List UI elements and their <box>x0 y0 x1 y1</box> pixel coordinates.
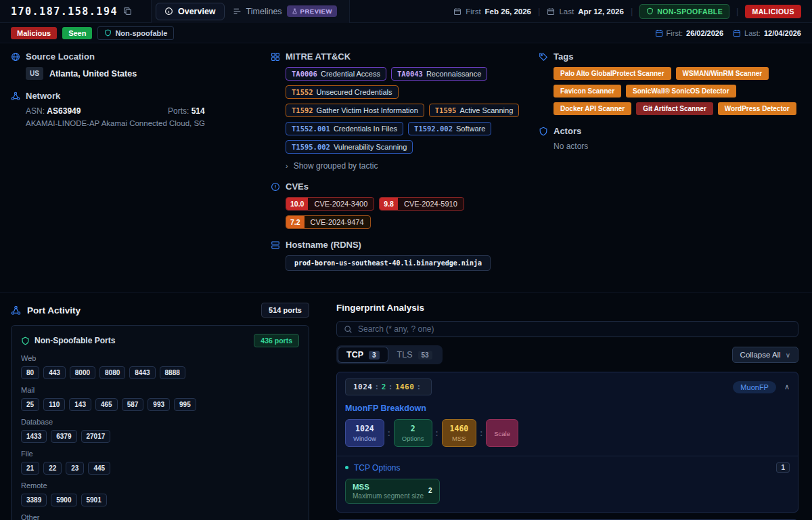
mitre-technique-badge[interactable]: T1552.001Credentials In Files <box>286 122 403 135</box>
chevron-down-icon: ∨ <box>786 351 790 359</box>
section-title: Hostname (RDNS) <box>286 240 361 250</box>
technique-id: T1552 <box>292 88 313 96</box>
show-grouped-toggle[interactable]: › Show grouped by tactic <box>286 161 539 171</box>
shield-icon <box>21 337 30 345</box>
calendar-icon <box>453 7 461 16</box>
technique-name: Credential Access <box>321 70 380 78</box>
ports-label: Ports: <box>168 106 189 116</box>
tab-label: Timelines <box>246 7 282 16</box>
technique-id: T1592.002 <box>414 125 453 133</box>
tab-tls[interactable]: TLS53 <box>389 347 441 362</box>
tag-badge[interactable]: Git Artifact Scanner <box>636 102 713 115</box>
mitre-technique-badge[interactable]: TA0006Credential Access <box>286 67 386 81</box>
port-chip: 5901 <box>81 494 107 506</box>
mitre-badge-list: TA0006Credential AccessTA0043Reconnaissa… <box>286 67 539 154</box>
tab-overview[interactable]: Overview <box>156 3 225 20</box>
shield-icon <box>104 29 112 37</box>
breakdown-tile-scale: Scale <box>486 419 518 447</box>
tab-tcp[interactable]: TCP3 <box>338 347 388 362</box>
globe-icon <box>11 52 20 62</box>
section-title: MITRE ATT&CK <box>286 51 351 62</box>
cve-score: 7.2 <box>286 216 304 228</box>
technique-id: T1595 <box>435 106 457 114</box>
mitre-technique-badge[interactable]: T1592.002Software <box>408 122 491 135</box>
tag-badge[interactable]: WSMAN/WinRM Scanner <box>676 67 769 80</box>
option-name: MSS <box>353 483 424 491</box>
mitre-technique-badge[interactable]: T1552Unsecured Credentials <box>286 85 399 99</box>
muonfp-link[interactable]: MuonFP <box>733 381 776 393</box>
port-group: Database1433637927017 <box>21 418 299 443</box>
tab-count-badge: 53 <box>418 351 432 360</box>
port-group: Web804438000808084438888 <box>21 354 299 379</box>
port-chip: 23 <box>66 462 84 475</box>
calendar-icon <box>733 29 741 37</box>
overview-section: Source Location US Atlanta, United State… <box>0 43 812 293</box>
seen-pill: Seen <box>62 27 92 39</box>
cve-badge[interactable]: 10.0CVE-2024-3400 <box>286 197 374 211</box>
fingerprint-card-list: 1024:2:1460:MuonFP∧MuonFP Breakdown1024W… <box>336 372 798 520</box>
tab-label: Overview <box>178 7 216 16</box>
cve-id: CVE-2024-9474 <box>304 216 370 228</box>
tab-bar: Overview Timelines PREVIEW <box>151 0 350 23</box>
grid-icon <box>271 52 280 62</box>
tab-timelines[interactable]: Timelines PREVIEW <box>225 2 345 20</box>
right-info-column: Tags Palo Alto GlobalProtect ScannerWSMA… <box>539 51 801 282</box>
port-chip: 3389 <box>21 494 47 506</box>
mitre-technique-badge[interactable]: T1595Active Scanning <box>429 104 520 117</box>
mitre-technique-badge[interactable]: T1595.002Vulnerability Scanning <box>286 140 413 154</box>
first-seen: First Feb 26, 2026 <box>453 7 531 16</box>
separator: | <box>736 6 738 16</box>
technique-name: Unsecured Credentials <box>317 88 392 96</box>
top-bar: 170.187.158.194 Overview Timelines PREVI… <box>0 0 812 23</box>
port-chip: 587 <box>122 398 144 411</box>
tag-badge[interactable]: Docker API Scanner <box>554 102 631 115</box>
cve-score: 9.8 <box>380 198 398 210</box>
mitre-technique-badge[interactable]: TA0043Reconnaissance <box>391 67 487 81</box>
port-chip: 995 <box>174 398 196 411</box>
technique-name: Reconnaissance <box>426 70 481 78</box>
cve-badge[interactable]: 9.8CVE-2024-5910 <box>379 197 464 211</box>
main-content: Port Activity 514 ports Non-Spoofable Po… <box>0 293 812 520</box>
tcp-options-label: TCP Options <box>354 463 400 473</box>
technique-id: T1552.001 <box>292 125 330 133</box>
port-chip-row: 1433637927017 <box>21 430 299 443</box>
port-chip: 445 <box>88 462 110 475</box>
port-chip: 8000 <box>70 366 95 379</box>
tags-section: Tags Palo Alto GlobalProtect ScannerWSMA… <box>539 51 801 115</box>
statusrow-dates: First: 26/02/2026 Last: 12/04/2026 <box>655 29 801 37</box>
protocol-tabs: TCP3TLS53 <box>336 345 443 364</box>
ports-value: 514 <box>191 106 205 116</box>
mitre-technique-badge[interactable]: T1592Gather Victim Host Information <box>286 104 424 117</box>
port-chip: 27017 <box>81 430 111 443</box>
cve-id: CVE-2024-5910 <box>398 198 464 210</box>
asn-value: AS63949 <box>47 106 81 116</box>
tag-badge[interactable]: Favicon Scanner <box>554 85 621 98</box>
tag-icon <box>539 52 548 62</box>
chevron-up-icon[interactable]: ∧ <box>784 383 790 391</box>
tag-badge[interactable]: Palo Alto GlobalProtect Scanner <box>554 67 671 80</box>
tag-badge[interactable]: SonicWall® SonicOS Detector <box>626 85 736 98</box>
tab-count-badge: 3 <box>369 351 380 360</box>
port-group-label: Web <box>21 354 299 362</box>
port-chip-row: 25110143465587993995 <box>21 398 299 411</box>
tile-label: Window <box>353 435 376 442</box>
section-title: CVEs <box>286 181 309 192</box>
cve-badge[interactable]: 7.2CVE-2024-9474 <box>286 215 371 229</box>
separator: | <box>538 6 540 16</box>
breakdown-tile-window: 1024Window <box>345 419 384 447</box>
port-chip-row: 338959005901 <box>21 494 299 506</box>
copy-icon[interactable] <box>123 7 132 16</box>
port-activity-title: Port Activity <box>27 305 81 316</box>
port-chip: 8888 <box>160 366 185 379</box>
search-input[interactable] <box>358 324 791 334</box>
collapse-all-button[interactable]: Collapse All ∨ <box>732 347 798 363</box>
port-chip: 5900 <box>51 494 76 506</box>
tile-value: 1460 <box>450 424 469 433</box>
shield-icon <box>539 127 548 136</box>
port-chip: 993 <box>148 398 170 411</box>
port-group-label: Database <box>21 418 299 426</box>
technique-name: Software <box>456 125 485 133</box>
actors-section: Actors No actors <box>539 126 801 151</box>
tag-badge[interactable]: WordPress Detector <box>718 102 796 115</box>
fingerprint-tab-row: TCP3TLS53 Collapse All ∨ <box>336 345 798 364</box>
